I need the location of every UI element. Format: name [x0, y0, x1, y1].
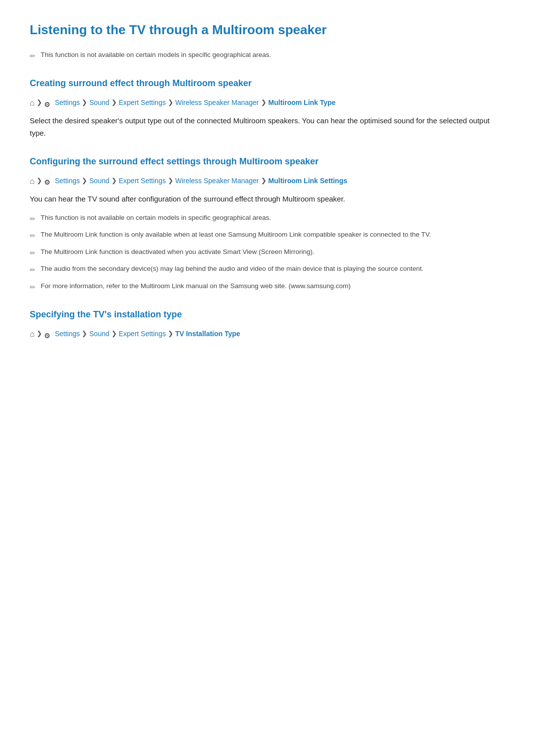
section3-breadcrumb: ⌂ ❯ ⚙ Settings ❯ Sound ❯ Expert Settings…	[30, 328, 505, 341]
arrow-icon-1: ❯	[37, 98, 42, 108]
breadcrumb-tv-installation: TV Installation Type	[175, 328, 240, 339]
pencil-icon-3: ✏	[30, 248, 36, 258]
section1-title: Creating surround effect through Multiro…	[30, 76, 505, 91]
gear-icon-1: ⚙	[44, 99, 52, 107]
arrow-icon-2: ❯	[82, 98, 87, 108]
top-note: ✏ This function is not available on cert…	[30, 50, 505, 61]
section3-title: Specifying the TV's installation type	[30, 307, 505, 322]
breadcrumb-wireless-2: Wireless Speaker Manager	[175, 175, 259, 186]
arrow-icon-s3-4: ❯	[168, 329, 173, 339]
breadcrumb-wireless-1: Wireless Speaker Manager	[175, 97, 259, 108]
pencil-icon-1: ✏	[30, 213, 36, 224]
arrow-icon-s2-2: ❯	[82, 176, 87, 186]
breadcrumb-settings-1: Settings	[55, 97, 80, 108]
note-item-1: ✏ This function is not available on cert…	[30, 212, 505, 224]
breadcrumb-settings-3: Settings	[55, 328, 80, 339]
arrow-icon-s2-4: ❯	[168, 176, 173, 186]
pencil-icon-5: ✏	[30, 282, 36, 293]
section1-body: Select the desired speaker's output type…	[30, 115, 505, 140]
section2-body: You can hear the TV sound after configur…	[30, 193, 505, 205]
note-item-4: ✏ The audio from the secondary device(s)…	[30, 263, 505, 275]
arrow-icon-s2-5: ❯	[261, 176, 267, 186]
section2-title: Configuring the surround effect settings…	[30, 154, 505, 169]
arrow-icon-s3-2: ❯	[82, 329, 87, 339]
note-text-5: For more information, refer to the Multi…	[41, 281, 351, 292]
pencil-icon-4: ✏	[30, 264, 36, 275]
note-item-5: ✏ For more information, refer to the Mul…	[30, 281, 505, 293]
arrow-icon-s2-3: ❯	[111, 176, 117, 186]
section-configuring-surround: Configuring the surround effect settings…	[30, 154, 505, 293]
gear-icon-2: ⚙	[44, 177, 52, 185]
breadcrumb-sound-1: Sound	[89, 97, 109, 108]
home-icon: ⌂	[30, 97, 35, 109]
section-creating-surround: Creating surround effect through Multiro…	[30, 76, 505, 140]
arrow-icon-s3-3: ❯	[111, 329, 117, 339]
page-title: Listening to the TV through a Multiroom …	[30, 20, 505, 41]
breadcrumb-multiroom-link-settings: Multiroom Link Settings	[268, 175, 347, 186]
note-text-1: This function is not available on certai…	[41, 212, 271, 223]
section2-breadcrumb: ⌂ ❯ ⚙ Settings ❯ Sound ❯ Expert Settings…	[30, 175, 505, 188]
section-installation-type: Specifying the TV's installation type ⌂ …	[30, 307, 505, 340]
breadcrumb-expert-3: Expert Settings	[119, 328, 166, 339]
note-text-2: The Multiroom Link function is only avai…	[41, 229, 431, 240]
home-icon-3: ⌂	[30, 328, 35, 341]
section2-notes: ✏ This function is not available on cert…	[30, 212, 505, 293]
breadcrumb-expert-1: Expert Settings	[119, 97, 166, 108]
note-item-2: ✏ The Multiroom Link function is only av…	[30, 229, 505, 241]
note-text-4: The audio from the secondary device(s) m…	[41, 263, 424, 274]
gear-icon-3: ⚙	[44, 330, 52, 338]
pencil-icon: ✏	[30, 50, 36, 61]
breadcrumb-settings-2: Settings	[55, 175, 80, 186]
arrow-icon-5: ❯	[261, 98, 267, 108]
note-text-3: The Multiroom Link function is deactivat…	[41, 247, 315, 257]
arrow-icon-3: ❯	[111, 98, 117, 108]
breadcrumb-multiroom-link-type: Multiroom Link Type	[268, 97, 336, 108]
note-item-3: ✏ The Multiroom Link function is deactiv…	[30, 247, 505, 258]
breadcrumb-sound-2: Sound	[89, 175, 109, 186]
arrow-icon-4: ❯	[168, 98, 173, 108]
top-note-text: This function is not available on certai…	[41, 50, 271, 60]
section1-breadcrumb: ⌂ ❯ ⚙ Settings ❯ Sound ❯ Expert Settings…	[30, 97, 505, 109]
breadcrumb-expert-2: Expert Settings	[119, 175, 166, 186]
breadcrumb-sound-3: Sound	[89, 328, 109, 339]
arrow-icon-s2-1: ❯	[37, 176, 42, 186]
arrow-icon-s3-1: ❯	[37, 329, 42, 339]
home-icon-2: ⌂	[30, 175, 35, 188]
pencil-icon-2: ✏	[30, 230, 36, 241]
